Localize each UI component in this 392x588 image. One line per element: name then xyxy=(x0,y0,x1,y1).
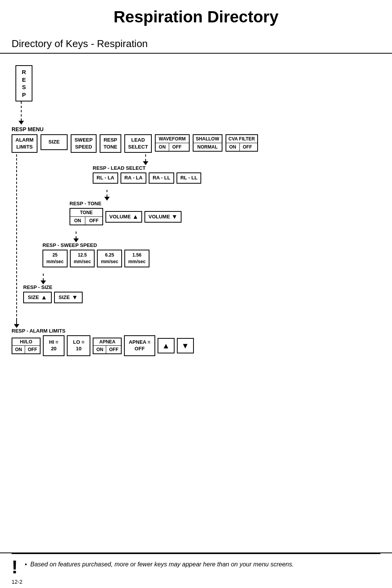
lead-select-key[interactable]: LEAD SELECT xyxy=(124,134,152,153)
exclaim-icon: ! xyxy=(12,558,18,576)
volume-up-btn[interactable]: VOLUME ▲ xyxy=(105,211,142,223)
ra-ll-key[interactable]: RA - LL xyxy=(149,172,174,184)
size-down-btn[interactable]: SIZE ▼ xyxy=(54,292,83,303)
rl-ll-key[interactable]: RL - LL xyxy=(176,172,202,184)
waveform-key[interactable]: WAVEFORM ON OFF xyxy=(155,134,190,152)
sweep-25-key[interactable]: 25 mm/sec xyxy=(42,250,68,267)
page-number: 12-2 xyxy=(12,579,22,585)
cva-off[interactable]: OFF xyxy=(240,143,255,151)
up-arrow-btn[interactable]: ▲ xyxy=(158,338,175,353)
sweep-6-key[interactable]: 6.25 mm/sec xyxy=(97,250,122,267)
down-arrow-btn[interactable]: ▼ xyxy=(177,338,194,353)
size-up-label: SIZE xyxy=(28,294,39,300)
tone-off[interactable]: OFF xyxy=(85,217,102,225)
lead-select-label: RESP - LEAD SELECT xyxy=(93,165,380,171)
apnea-key[interactable]: APNEA ON OFF xyxy=(93,338,122,354)
tone-key[interactable]: TONE ON OFF xyxy=(70,208,103,225)
sweep-156-key[interactable]: 1.56 mm/sec xyxy=(124,250,149,267)
sweep-12-key[interactable]: 12.5 mm/sec xyxy=(70,250,95,267)
resp-menu-label: RESP MENU xyxy=(12,126,380,132)
volume-down-label: VOLUME xyxy=(148,214,170,220)
hilo-key[interactable]: HI/LO ON OFF xyxy=(12,338,41,354)
resp-key[interactable]: RESP xyxy=(15,65,32,101)
lo-val-key[interactable]: LO =10 xyxy=(67,335,90,356)
volume-up-arrow-icon: ▲ xyxy=(132,213,139,220)
volume-down-arrow-icon: ▼ xyxy=(171,213,178,220)
size-up-arrow-icon: ▲ xyxy=(41,294,47,301)
resp-tone-key[interactable]: RESP TONE xyxy=(100,134,121,153)
alarm-limits-label: RESP - ALARM LIMITS xyxy=(12,328,380,334)
volume-up-label: VOLUME xyxy=(109,214,131,220)
hilo-on[interactable]: ON xyxy=(12,346,25,353)
waveform-off[interactable]: OFF xyxy=(169,143,185,151)
hi-val-key[interactable]: HI =20 xyxy=(43,335,64,356)
shallow-normal-key[interactable]: SHALLOW NORMAL xyxy=(193,134,222,152)
note-text: • Based on features purchased, more or f… xyxy=(25,558,294,568)
apnea-eq-key[interactable]: APNEA =OFF xyxy=(124,335,155,356)
sweep-speed-key[interactable]: SWEEP SPEED xyxy=(71,134,97,153)
size-down-arrow-icon: ▼ xyxy=(72,294,78,301)
cva-on[interactable]: ON xyxy=(226,143,240,151)
apnea-off[interactable]: OFF xyxy=(106,346,121,353)
tone-on[interactable]: ON xyxy=(70,217,85,225)
size-down-label: SIZE xyxy=(59,294,70,300)
section-title: Directory of Keys - Respiration xyxy=(0,30,392,54)
page-title: Respiration Directory xyxy=(0,0,392,30)
size-key[interactable]: SIZE xyxy=(41,134,68,150)
tone-label: RESP - TONE xyxy=(70,201,380,206)
hilo-off[interactable]: OFF xyxy=(25,346,40,353)
alarm-limits-key[interactable]: ALARM LIMITS xyxy=(12,134,37,153)
waveform-on[interactable]: ON xyxy=(156,143,169,151)
sweep-speed-label: RESP - SWEEP SPEED xyxy=(42,242,380,248)
rl-la-key[interactable]: RL - LA xyxy=(93,172,118,184)
volume-down-btn[interactable]: VOLUME ▼ xyxy=(144,211,181,223)
size-label: RESP - SIZE xyxy=(23,284,380,290)
ra-la-key[interactable]: RA - LA xyxy=(120,172,146,184)
apnea-on[interactable]: ON xyxy=(93,346,106,353)
cva-filter-key[interactable]: CVA FILTER ON OFF xyxy=(226,134,258,152)
size-up-btn[interactable]: SIZE ▲ xyxy=(23,292,52,303)
